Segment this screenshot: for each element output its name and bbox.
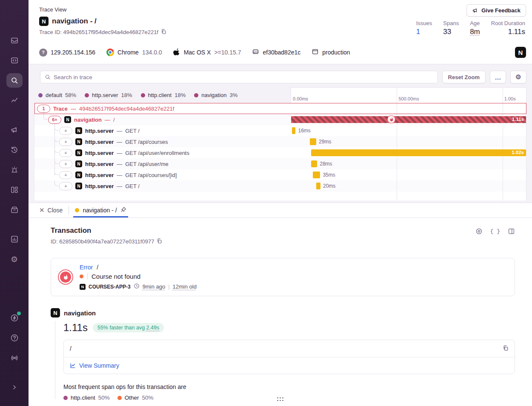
legend-item-http-client: http.client 18% [141,92,186,98]
feedback-icon[interactable] [6,123,23,137]
timeline-column[interactable]: 1.11s 16ms 29ms 1.02s 28ms 35ms 20ms [291,103,526,200]
trace-search-box[interactable] [40,71,438,83]
meta-device: ef30bad82e1c [252,48,300,57]
replays-icon[interactable] [6,143,23,157]
give-feedback-button[interactable]: Give Feedback [466,4,526,17]
unknown-browser-icon: ? [39,49,47,57]
legend-item-navigation: navigation 3% [194,92,237,98]
sidebar-bottom [6,311,23,400]
span-ops-intro: Most frequent span ops for this transact… [63,383,515,390]
alerts-icon[interactable] [6,163,23,177]
reset-zoom-button[interactable]: Reset Zoom [442,71,486,83]
main-content: Trace View N navigation - / Trace ID: 49… [29,0,532,406]
avg-comparison-badge: 55% faster than avg 2.49s [93,323,164,332]
error-type-link[interactable]: Error [80,264,93,271]
expand-pill[interactable]: 6+ [48,116,61,124]
axis-tick: 500.00ms [398,96,419,101]
layout-panel-icon[interactable] [508,228,515,235]
transaction-op: navigation [64,309,96,317]
span-bar[interactable]: 1.02s [311,149,526,156]
issues-icon[interactable] [6,33,23,48]
span-row[interactable]: + N http.server — GET /api/user/me [34,158,291,169]
error-message: Course not found [92,273,140,280]
section-title: Transaction [51,226,91,235]
view-summary-link[interactable]: View Summary [64,357,515,374]
traces-icon[interactable] [6,93,23,108]
copy-route-icon[interactable] [502,345,509,352]
close-icon: ✕ [39,206,45,214]
collapse-sidebar-icon[interactable] [6,380,23,395]
nextjs-icon: N [64,116,71,123]
expand-pill[interactable]: 1 [37,105,50,113]
span-row[interactable]: + N http.server — GET / [34,125,291,136]
chrome-icon [106,49,114,56]
releases-icon[interactable] [6,203,23,217]
span-row[interactable]: + N http.server — GET /api/courses [34,136,291,147]
help-icon[interactable] [6,331,23,345]
error-fire-badge-icon [58,269,73,285]
sidebar: ⚙ [0,0,29,406]
transaction-summary-block: N navigation 1.11s 55% faster than avg 2… [51,308,515,401]
tab-navigation[interactable]: navigation - / [75,203,126,217]
span-ops-breakdown: http.client 50% Other 50% [63,395,515,401]
span-bar[interactable]: 35ms [313,172,320,178]
copy-trace-id-icon[interactable] [160,29,166,36]
nextjs-platform-icon: N [515,47,526,58]
error-fire-icon[interactable] [387,115,395,123]
insights-icon[interactable] [6,232,23,246]
dashboards-icon[interactable] [6,183,23,197]
search-input[interactable] [54,74,433,80]
nextjs-icon: N [75,138,82,145]
trace-root-row[interactable]: 1 Trace — 494b26517f954dec94a4de46827e22… [34,103,291,114]
span-row[interactable]: + N http.server — GET /api/user/enrollme… [34,147,291,158]
span-bar[interactable]: 28ms [311,160,317,167]
span-row-navigation[interactable]: 6+ N navigation — / [34,114,291,125]
megaphone-icon [472,7,478,14]
transaction-id-text: ID: 6285850b490f4a7ea07227e0311f0977 [51,238,154,245]
pin-icon[interactable] [120,207,126,214]
page-title: navigation - / [52,17,97,26]
span-bar[interactable]: 29ms [310,138,316,145]
whats-new-icon[interactable] [6,351,23,365]
trace-grid: default 58% http.server 18% http.client … [34,87,526,200]
span-bar[interactable]: 20ms [316,183,320,189]
legend-dot [38,93,43,97]
profile-icon[interactable] [475,228,483,235]
error-card-body: Error / Course not found N COURSES-APP-3 [80,264,197,290]
stat-spans: Spans 33 [443,20,459,36]
meta-browser: Chrome 134.0.0 [106,49,162,56]
projects-icon[interactable] [6,53,23,68]
search-icon[interactable] [6,73,23,88]
drawer-tabbar: ✕ Close navigation - / [29,203,532,217]
span-bar[interactable]: 16ms [292,127,295,134]
upgrade-icon[interactable] [6,311,23,325]
error-card[interactable]: Error / Course not found N COURSES-APP-3 [51,258,515,296]
nextjs-icon: N [75,183,82,189]
expand-pill[interactable]: + [59,127,72,135]
timeline-axis[interactable]: 0.00ms 500.00ms 1.00s [291,87,526,103]
nextjs-icon: N [75,160,82,167]
expand-pill[interactable]: + [59,138,72,146]
expand-pill[interactable]: + [59,182,72,190]
span-bar-error[interactable]: 1.11s [291,116,526,123]
header-left: Trace View N navigation - / Trace ID: 49… [39,4,166,41]
project-name: COURSES-APP-3 [89,284,131,290]
span-row[interactable]: + N http.server — GET / [34,180,291,192]
divider [87,273,88,280]
close-drawer-button[interactable]: ✕ Close [39,206,63,214]
route-value: / [70,345,72,352]
expand-pill[interactable]: + [59,160,72,168]
span-row[interactable]: + N http.server — GET /api/courses/[id] [34,169,291,180]
age-value: 8m [470,28,480,36]
settings-icon[interactable]: ⚙ [6,252,23,266]
window-icon [312,48,319,57]
expand-pill[interactable]: + [59,149,72,157]
issues-count[interactable]: 1 [416,28,432,36]
json-icon[interactable]: { } [490,228,500,234]
more-options-button[interactable]: … [490,71,506,83]
expand-pill[interactable]: + [59,171,72,179]
meta-ip: ? 129.205.154.156 [39,49,95,57]
trace-settings-button[interactable]: ⚙ [510,71,526,83]
trace-meta-row: ? 129.205.154.156 Chrome 134.0.0 Mac OS … [29,41,532,64]
copy-transaction-id-icon[interactable] [156,238,162,245]
